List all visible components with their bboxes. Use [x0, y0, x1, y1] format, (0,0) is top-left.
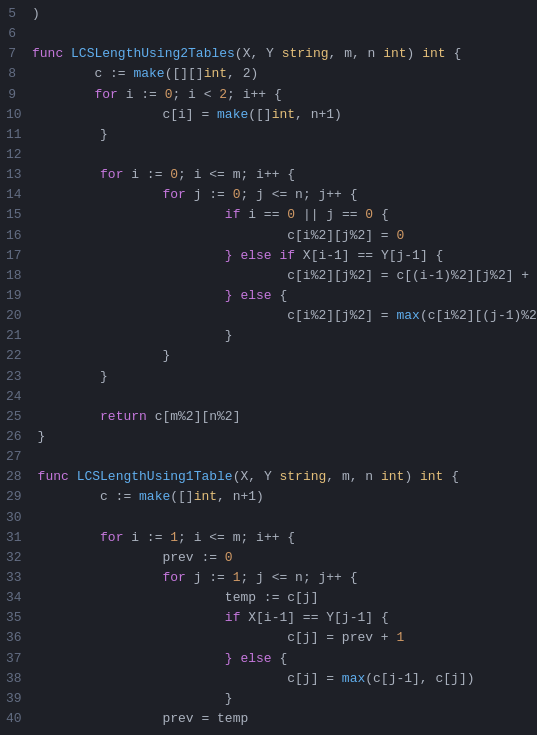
line-number: 14 [0, 185, 38, 205]
line-number: 13 [0, 165, 38, 185]
line-number: 35 [0, 608, 38, 628]
token [69, 469, 77, 484]
code-line: } [38, 125, 537, 145]
line-number: 7 [0, 44, 32, 64]
line-number: 36 [0, 628, 38, 648]
token: make [217, 107, 248, 122]
code-line: c[j] = max(c[j-1], c[j]) [38, 669, 537, 689]
token: { [272, 288, 288, 303]
token: } [38, 348, 171, 363]
token: , n+1) [217, 489, 264, 504]
token: i := [123, 530, 170, 545]
token: int [383, 46, 406, 61]
table-row: 24 [0, 387, 537, 407]
token: { [373, 207, 389, 222]
line-number: 30 [0, 508, 38, 528]
token: 0 [287, 207, 295, 222]
token: 1 [170, 530, 178, 545]
token: || j == [295, 207, 365, 222]
token: prev = temp [38, 711, 249, 726]
line-number: 29 [0, 487, 38, 507]
token: make [139, 489, 170, 504]
line-number: 23 [0, 367, 38, 387]
line-number: 34 [0, 588, 38, 608]
token: 2 [219, 87, 227, 102]
token [375, 46, 383, 61]
code-lines: 5)67func LCSLengthUsing2Tables(X, Y stri… [0, 4, 537, 729]
token [38, 187, 163, 202]
token: if [225, 207, 241, 222]
token: X[i-1] == Y[j-1] { [295, 248, 443, 263]
table-row: 15 if i == 0 || j == 0 { [0, 205, 537, 225]
table-row: 21 } [0, 326, 537, 346]
line-number: 22 [0, 346, 38, 366]
code-line: c[i%2][j%2] = c[(i-1)%2][j%2] + 1 [38, 266, 537, 286]
code-line: for i := 0; i <= m; i++ { [38, 165, 537, 185]
code-line: c := make([]int, n+1) [38, 487, 537, 507]
line-number: 17 [0, 246, 38, 266]
code-line: } else { [38, 286, 537, 306]
table-row: 35 if X[i-1] == Y[j-1] { [0, 608, 537, 628]
table-row: 12 [0, 145, 537, 165]
token: for [162, 187, 185, 202]
token: func [38, 469, 69, 484]
code-line: func LCSLengthUsing2Tables(X, Y string, … [32, 44, 537, 64]
token: ([] [248, 107, 271, 122]
token: } else if [225, 248, 295, 263]
token: max [396, 308, 419, 323]
table-row: 19 } else { [0, 286, 537, 306]
token: } [38, 369, 108, 384]
table-row: 22 } [0, 346, 537, 366]
token [38, 248, 225, 263]
code-line: c[i%2][j%2] = 0 [38, 226, 537, 246]
token: } [38, 691, 233, 706]
table-row: 36 c[j] = prev + 1 [0, 628, 537, 648]
table-row: 17 } else if X[i-1] == Y[j-1] { [0, 246, 537, 266]
token [32, 87, 94, 102]
token [38, 207, 225, 222]
token: c[i%2][j%2] = [38, 308, 397, 323]
token [38, 409, 100, 424]
token [38, 288, 225, 303]
token: LCSLengthUsing2Tables [71, 46, 235, 61]
token: , [326, 469, 342, 484]
token: int [381, 469, 404, 484]
token: temp := c[j] [38, 590, 319, 605]
token: } [38, 429, 46, 444]
token: ([][] [165, 66, 204, 81]
line-number: 37 [0, 649, 38, 669]
token: ) [32, 6, 40, 21]
token: c[i%2][j%2] = c[(i-1)%2][j%2] + 1 [38, 268, 537, 283]
token: ; i <= m; i++ { [178, 530, 295, 545]
token: } [38, 127, 108, 142]
table-row: 40 prev = temp [0, 709, 537, 729]
table-row: 14 for j := 0; j <= n; j++ { [0, 185, 537, 205]
code-line: ) [32, 4, 537, 24]
code-line: } else if X[i-1] == Y[j-1] { [38, 246, 537, 266]
token: i := [118, 87, 165, 102]
table-row: 11 } [0, 125, 537, 145]
token: int [204, 66, 227, 81]
token: make [133, 66, 164, 81]
token: int [422, 46, 445, 61]
table-row: 31 for i := 1; i <= m; i++ { [0, 528, 537, 548]
line-number: 18 [0, 266, 38, 286]
token: 0 [170, 167, 178, 182]
token: ; j <= n; j++ { [240, 570, 357, 585]
code-line: func LCSLengthUsing1Table(X, Y string, m… [38, 467, 537, 487]
code-line: for j := 1; j <= n; j++ { [38, 568, 537, 588]
token: m, n [342, 469, 373, 484]
token: c[i%2][j%2] = [38, 228, 397, 243]
table-row: 5) [0, 4, 537, 24]
token: ; i < [172, 87, 219, 102]
token: ; j <= n; j++ { [240, 187, 357, 202]
code-line: } [38, 427, 537, 447]
code-line: c[i] = make([]int, n+1) [38, 105, 537, 125]
line-number: 11 [0, 125, 38, 145]
table-row: 13 for i := 0; i <= m; i++ { [0, 165, 537, 185]
token: (c[j-1], c[j]) [365, 671, 474, 686]
token: return [100, 409, 147, 424]
token [63, 46, 71, 61]
token: 0 [225, 550, 233, 565]
token: , n+1) [295, 107, 342, 122]
